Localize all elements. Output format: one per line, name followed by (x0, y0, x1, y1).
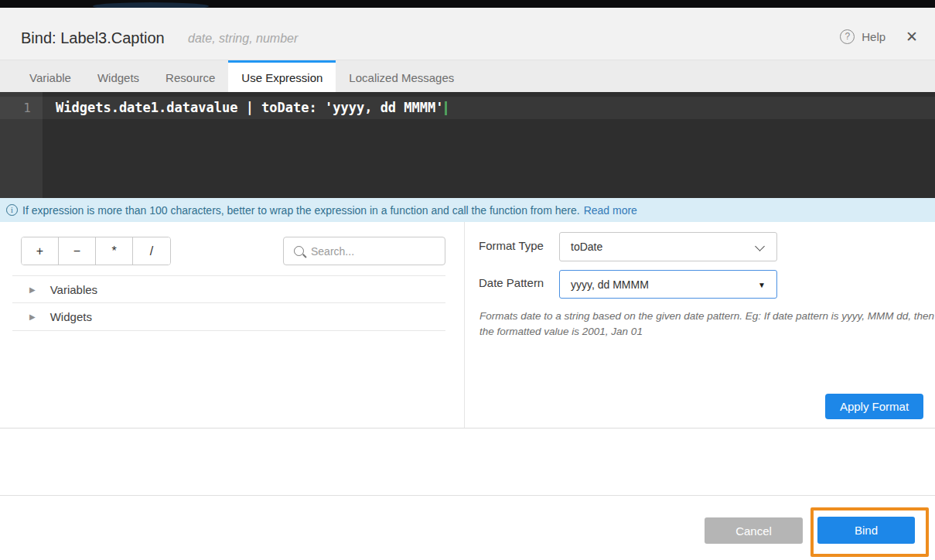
expression-code[interactable]: Widgets.date1.datavalue | toDate: 'yyyy,… (56, 100, 447, 115)
format-panel: Format Type toDate Date Pattern yyyy, dd… (465, 222, 935, 428)
date-pattern-value: yyyy, dd MMMM (571, 278, 649, 291)
format-helper-text: Formats date to a string based on the gi… (479, 309, 935, 340)
expression-editor[interactable]: 1 Widgets.date1.datavalue | toDate: 'yyy… (0, 92, 935, 198)
header-actions: ? Help ✕ (840, 29, 918, 44)
format-type-select[interactable]: toDate (559, 232, 777, 261)
bind-button[interactable]: Bind (817, 517, 915, 544)
footer-divider (0, 495, 935, 496)
search-input[interactable] (311, 245, 435, 258)
tree-item-label: Widgets (50, 310, 92, 323)
dialog-title: Bind: Label3.Caption (21, 29, 165, 47)
bind-dialog: Bind: Label3.Caption date, string, numbe… (0, 0, 935, 560)
tab-bar: Variable Widgets Resource Use Expression… (0, 60, 935, 92)
info-text: If expression is more than 100 character… (22, 204, 580, 217)
format-type-value: toDate (571, 241, 602, 253)
tab-localized-messages[interactable]: Localized Messages (336, 60, 467, 92)
dialog-body: + − * / ▶ Variables ▶ Widgets (0, 222, 935, 429)
apply-format-button[interactable]: Apply Format (825, 394, 923, 419)
bind-sources-tree: ▶ Variables ▶ Widgets (12, 275, 445, 331)
expression-helpers-panel: + − * / ▶ Variables ▶ Widgets (0, 222, 465, 428)
text-cursor (445, 101, 447, 115)
info-bar: i If expression is more than 100 charact… (0, 198, 935, 222)
tab-resource[interactable]: Resource (152, 60, 228, 92)
date-pattern-select[interactable]: yyyy, dd MMMM ▼ (559, 270, 777, 299)
dialog-header: Bind: Label3.Caption date, string, numbe… (0, 8, 935, 60)
tree-item-label: Variables (50, 283, 97, 296)
tab-variable[interactable]: Variable (16, 60, 84, 92)
operator-plus-button[interactable]: + (22, 237, 59, 265)
close-icon[interactable]: ✕ (906, 29, 918, 44)
search-icon (294, 246, 304, 256)
dropdown-triangle-icon: ▼ (758, 280, 766, 289)
chevron-right-icon[interactable]: ▶ (29, 312, 36, 321)
help-link[interactable]: Help (862, 30, 886, 43)
help-question-icon[interactable]: ? (840, 29, 855, 44)
tree-item-variables[interactable]: ▶ Variables (12, 275, 445, 303)
search-box (283, 237, 445, 265)
operator-minus-button[interactable]: − (59, 237, 96, 265)
info-circle-icon: i (6, 204, 18, 216)
chevron-right-icon[interactable]: ▶ (29, 285, 36, 294)
tab-widgets[interactable]: Widgets (84, 60, 152, 92)
editor-line-number: 1 (0, 101, 31, 115)
tab-use-expression[interactable]: Use Expression (228, 60, 336, 92)
operator-button-group: + − * / (21, 237, 171, 265)
format-type-label: Format Type (479, 239, 544, 252)
operator-divide-button[interactable]: / (133, 237, 170, 265)
chevron-down-icon (755, 241, 765, 251)
operator-multiply-button[interactable]: * (96, 237, 133, 265)
cancel-button[interactable]: Cancel (705, 517, 803, 544)
dialog-subtitle: date, string, number (188, 32, 298, 46)
read-more-link[interactable]: Read more (584, 204, 637, 217)
background-app-strip (0, 0, 935, 8)
tree-item-widgets[interactable]: ▶ Widgets (12, 303, 445, 331)
date-pattern-label: Date Pattern (479, 276, 544, 289)
expression-text: Widgets.date1.datavalue | toDate: 'yyyy,… (56, 100, 444, 115)
